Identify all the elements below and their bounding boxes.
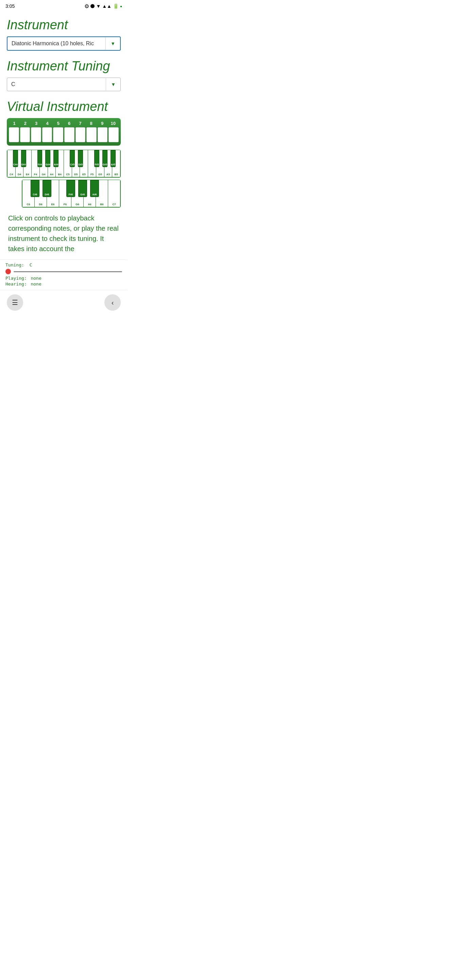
- piano-keyboard: C6D6E6F6G6A6B6C7C#6D#6F#6G#6A#6: [22, 180, 121, 207]
- hole-numbers: 1 2 3 4 5 6 7 8 9 10: [9, 121, 119, 126]
- hole-3[interactable]: [31, 127, 41, 142]
- black-key-Gs4[interactable]: G#4: [45, 150, 50, 167]
- status-time: 3:05: [5, 3, 14, 9]
- piano-container-1: C4D4E4F4G4A4B4C5D5E5F5G5A5B5C#4D#4F#4G#4…: [7, 150, 121, 177]
- progress-bar: [14, 271, 122, 272]
- hole-num-7: 7: [75, 121, 86, 126]
- status-bar: 3:05 ⚙ ▼ ▲▲ 🔋 ●: [0, 0, 127, 12]
- hole-num-8: 8: [86, 121, 96, 126]
- holes-row: [9, 127, 119, 142]
- hole-10[interactable]: [108, 127, 119, 142]
- hole-7[interactable]: [76, 127, 86, 142]
- black-key-As5[interactable]: A#5: [111, 150, 116, 167]
- harmonica-wrapper: 1 2 3 4 5 6 7 8 9 10: [7, 118, 121, 146]
- hearing-label: Hearing:: [5, 282, 27, 286]
- battery-icon: 🔋: [113, 3, 119, 9]
- back-button[interactable]: ‹: [105, 294, 121, 311]
- playing-status: Playing: none: [5, 275, 122, 281]
- black-key-Gs6[interactable]: G#6: [78, 180, 87, 197]
- black-key-Cs5[interactable]: C#5: [70, 150, 75, 167]
- hole-num-10: 10: [108, 121, 118, 126]
- tuning-dropdown-arrow[interactable]: ▼: [106, 78, 121, 91]
- piano-row-1: C4D4E4F4G4A4B4C5D5E5F5G5A5B5C#4D#4F#4G#4…: [7, 150, 121, 178]
- black-key-Gs5[interactable]: G#5: [102, 150, 108, 167]
- black-key-As4[interactable]: A#4: [53, 150, 59, 167]
- status-icons: ⚙ ▼ ▲▲ 🔋 ●: [84, 3, 122, 10]
- hole-num-9: 9: [97, 121, 108, 126]
- black-key-Ds5[interactable]: D#5: [78, 150, 83, 167]
- hole-num-5: 5: [53, 121, 63, 126]
- settings-icon: ⚙: [84, 3, 89, 10]
- virtual-instrument-title: Virtual Instrument: [7, 99, 121, 114]
- hole-2[interactable]: [20, 127, 30, 142]
- tuning-dropdown[interactable]: C ▼: [7, 78, 121, 91]
- hole-num-2: 2: [20, 121, 30, 126]
- hole-num-6: 6: [64, 121, 75, 126]
- black-key-As6[interactable]: A#6: [90, 180, 99, 197]
- black-key-Fs4[interactable]: F#4: [37, 150, 43, 167]
- hole-num-1: 1: [9, 121, 19, 126]
- playing-value: none: [31, 275, 41, 281]
- status-bottom: Tuning: C Playing: none Hearing: none: [0, 259, 127, 290]
- hearing-value: none: [31, 282, 41, 286]
- black-key-Fs6[interactable]: F#6: [66, 180, 76, 197]
- instrument-title: Instrument: [7, 18, 121, 32]
- info-text: Click on controls to playback correspond…: [7, 213, 121, 254]
- hole-num-3: 3: [31, 121, 41, 126]
- instrument-dropdown-value: Diatonic Harmonica (10 holes, Ric: [8, 37, 105, 50]
- hole-6[interactable]: [64, 127, 75, 142]
- hearing-status: Hearing: none: [5, 282, 122, 286]
- tuning-title: Instrument Tuning: [7, 59, 121, 73]
- wifi-icon: ▼: [96, 3, 101, 9]
- playing-label: Playing:: [5, 275, 27, 281]
- piano-keyboard: C4D4E4F4G4A4B4C5D5E5F5G5A5B5C#4D#4F#4G#4…: [7, 150, 121, 177]
- instrument-dropdown-arrow[interactable]: ▼: [105, 37, 120, 50]
- hole-8[interactable]: [86, 127, 97, 142]
- black-key-Ds6[interactable]: D#6: [43, 180, 52, 197]
- signal-icon: ▲▲: [102, 3, 111, 9]
- piano-row-2: C6D6E6F6G6A6B6C7C#6D#6F#6G#6A#6: [22, 180, 121, 208]
- hole-9[interactable]: [98, 127, 108, 142]
- white-key-C7[interactable]: C7: [108, 180, 121, 207]
- black-key-Fs5[interactable]: F#5: [94, 150, 99, 167]
- instrument-dropdown[interactable]: Diatonic Harmonica (10 holes, Ric ▼: [7, 37, 121, 51]
- hole-1[interactable]: [9, 127, 19, 142]
- hole-5[interactable]: [53, 127, 63, 142]
- hole-num-4: 4: [42, 121, 52, 126]
- status-dot: [90, 4, 95, 8]
- tuning-status: Tuning: C: [5, 262, 122, 267]
- progress-container: [5, 269, 122, 274]
- hole-4[interactable]: [42, 127, 52, 142]
- progress-dot: [5, 269, 11, 274]
- tuning-dropdown-value: C: [7, 78, 106, 91]
- black-key-Cs4[interactable]: C#4: [13, 150, 18, 167]
- black-key-Ds4[interactable]: D#4: [21, 150, 26, 167]
- main-content: Instrument Diatonic Harmonica (10 holes,…: [0, 12, 127, 259]
- menu-button[interactable]: ☰: [7, 294, 23, 311]
- virtual-instrument-section: Virtual Instrument 1 2 3 4 5 6 7 8 9 10: [7, 99, 121, 208]
- tuning-status-value: C: [30, 262, 32, 267]
- tuning-label: Tuning:: [5, 262, 24, 267]
- black-key-Cs6[interactable]: C#6: [31, 180, 40, 197]
- bottom-nav: ☰ ‹: [0, 290, 127, 315]
- battery-dot: ●: [120, 5, 122, 8]
- piano-container-2: C6D6E6F6G6A6B6C7C#6D#6F#6G#6A#6: [22, 180, 121, 207]
